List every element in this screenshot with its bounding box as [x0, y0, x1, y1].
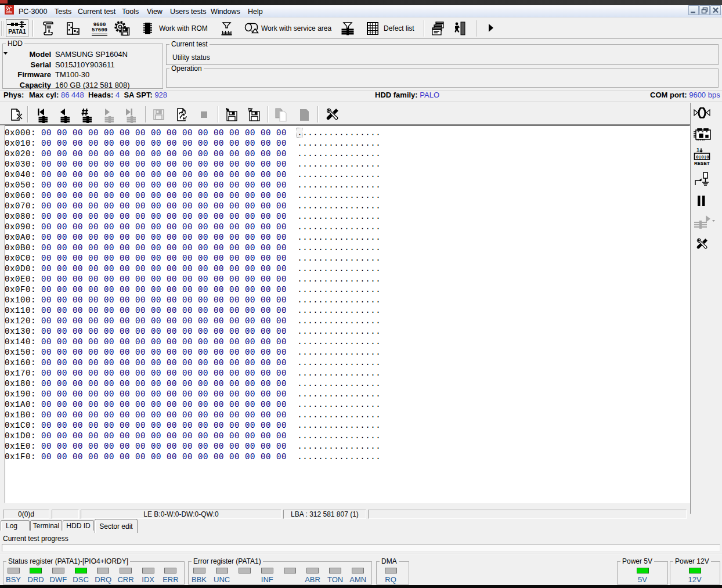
- svg-text:1: 1: [696, 147, 699, 153]
- svg-text:0|0|0: 0|0|0: [696, 155, 709, 160]
- svg-text:RESET: RESET: [694, 161, 710, 165]
